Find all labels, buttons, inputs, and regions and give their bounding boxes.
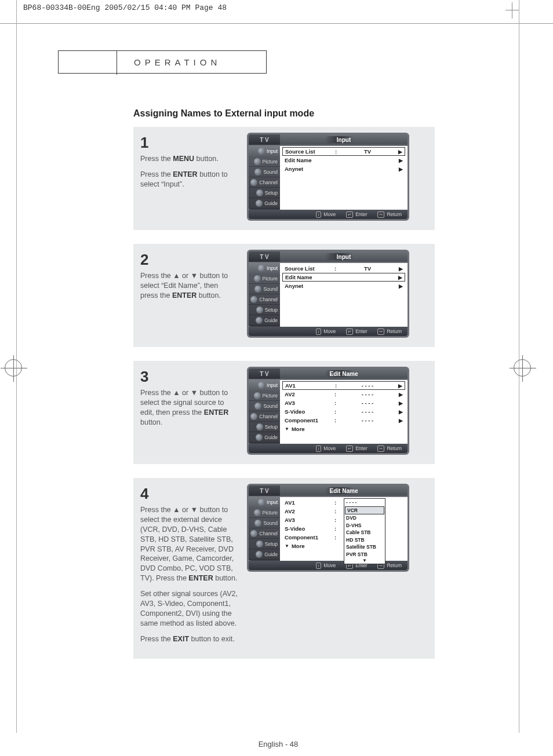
osd-main: Source List:TV▶Edit Name▶Anynet▶ <box>280 146 408 210</box>
osd-dropdown-item: DVD <box>344 514 385 522</box>
osd-footer-label: Move <box>323 211 336 217</box>
osd-sidebar-label: Picture <box>263 393 278 399</box>
osd-row: AV3:- - - -▶ <box>282 399 405 407</box>
osd-row-value: - - - - <box>339 391 396 397</box>
arrow-right-icon: ▶ <box>395 275 402 280</box>
osd-container: T VInputInputPictureSoundChannelSetupGui… <box>247 250 409 338</box>
osd-sidebar-label: Picture <box>263 276 278 282</box>
osd-row-label: Source List <box>285 148 335 155</box>
osd-footer-item: ⤳Return <box>377 445 402 452</box>
osd-footer-label: Move <box>323 563 336 568</box>
osd-footer-label: Enter <box>355 328 367 334</box>
osd-sidebar-item: Channel <box>249 177 280 188</box>
osd-row-label: Source List <box>285 265 334 272</box>
osd-sidebar-label: Sound <box>263 403 278 409</box>
osd-sidebar-item: Picture <box>249 390 280 401</box>
osd-sidebar-icon <box>256 317 263 324</box>
bold-button-name: MENU <box>173 155 194 163</box>
osd-sidebar-label: Guide <box>264 200 278 206</box>
osd-footer-icon: ↕ <box>316 328 322 335</box>
osd-more-row: ▼More <box>282 425 405 433</box>
osd-sidebar: InputPictureSoundChannelSetupGuide <box>249 146 280 210</box>
osd-footer-icon: ⤳ <box>377 328 384 335</box>
osd-sidebar-label: Input <box>267 148 278 154</box>
print-header: BP68-00334B-00Eng 2005/02/15 04:40 PM Pa… <box>0 0 553 16</box>
osd-sidebar-label: Setup <box>265 541 278 547</box>
operation-tab: OPERATION <box>58 50 267 74</box>
osd-sidebar-item: Setup <box>249 188 280 198</box>
osd-title: Edit Name <box>280 368 408 379</box>
osd-footer-item: ↕Move <box>316 445 336 452</box>
bold-button-name: ENTER <box>172 291 197 300</box>
arrow-right-icon: ▶ <box>396 158 403 163</box>
tab-divider <box>117 50 117 75</box>
osd-row-label: AV3 <box>285 517 334 523</box>
osd-sidebar-icon <box>250 179 257 186</box>
osd-row-colon: : <box>334 417 339 423</box>
osd-row-value: - - - - <box>340 382 395 389</box>
osd-footer-item: ⤳Return <box>377 328 402 335</box>
osd-row-value: - - - - <box>339 400 396 406</box>
osd-footer-label: Return <box>387 445 402 451</box>
osd-sidebar: InputPictureSoundChannelSetupGuide <box>249 497 280 561</box>
osd-row-value: - - - - <box>339 417 396 423</box>
osd-dropdown-item: Satellite STB <box>344 543 385 551</box>
osd-row: Source List:TV▶ <box>282 147 405 156</box>
osd-footer-icon: ↕ <box>316 445 322 452</box>
osd-container: T VEdit NameInputPictureSoundChannelSetu… <box>247 367 409 455</box>
osd-screenshot: T VEdit NameInputPictureSoundChannelSetu… <box>247 367 409 455</box>
osd-row-colon: : <box>334 400 339 406</box>
osd-sidebar: InputPictureSoundChannelSetupGuide <box>249 263 280 327</box>
arrow-right-icon: ▶ <box>396 283 403 289</box>
arrow-right-icon: ▶ <box>396 166 403 172</box>
step-number: 1 <box>140 133 238 153</box>
osd-sidebar-label: Channel <box>259 297 278 302</box>
osd-footer-item: ↵Enter <box>346 328 367 335</box>
osd-sidebar-label: Channel <box>259 180 278 185</box>
arrow-right-icon: ▶ <box>396 266 403 272</box>
chevron-down-icon: ▼ <box>285 426 289 432</box>
osd-sidebar-item: Channel <box>249 294 280 305</box>
bold-button-name: ENTER <box>204 408 228 417</box>
arrow-right-icon: ▶ <box>396 400 403 406</box>
osd-dropdown: - - - -VCRDVDD-VHSCable STBHD STBSatelli… <box>344 498 385 564</box>
osd-row-label: S-Video <box>285 525 334 532</box>
osd-row-label: Component1 <box>285 417 334 423</box>
operation-label: OPERATION <box>134 57 221 67</box>
osd-sidebar-label: Guide <box>264 317 278 323</box>
osd-more-label: More <box>292 426 305 432</box>
osd-row-colon: : <box>334 265 339 272</box>
osd-row-colon: : <box>335 382 340 389</box>
osd-sidebar-icon <box>256 423 263 430</box>
osd-footer-item: ⤳Return <box>377 211 402 218</box>
osd-row-label: AV1 <box>285 499 334 506</box>
osd-tv-label: T V <box>249 134 280 145</box>
osd-row-colon: : <box>334 525 339 532</box>
osd-row-label: Anynet <box>285 166 334 172</box>
osd-sidebar-label: Setup <box>265 424 278 430</box>
osd-row-label: Anynet <box>285 283 334 289</box>
step-text: 3Press the ▲ or ▼ button to select the s… <box>140 367 238 455</box>
osd-row-value: - - - - <box>339 408 396 415</box>
osd-row-colon: : <box>334 391 339 397</box>
osd-sidebar-label: Picture <box>263 510 278 516</box>
osd-sidebar-label: Input <box>267 265 278 271</box>
osd-row-colon: : <box>334 499 339 506</box>
osd-sidebar: InputPictureSoundChannelSetupGuide <box>249 380 280 444</box>
osd-row: Anynet▶ <box>282 165 405 173</box>
osd-dropdown-item: PVR STB <box>344 551 385 558</box>
step-paragraph: Press the ENTER button to select “Input”… <box>140 170 238 189</box>
osd-footer-item: ↕Move <box>316 211 336 218</box>
osd-row: Source List:TV▶ <box>282 264 405 273</box>
osd-sidebar-icon <box>254 169 261 176</box>
osd-dropdown-item: VCR <box>345 506 384 515</box>
osd-container: T VInputInputPictureSoundChannelSetupGui… <box>247 133 409 221</box>
osd-title: Edit Name <box>280 485 408 496</box>
osd-footer-label: Return <box>387 563 402 568</box>
osd-sidebar-icon <box>258 265 265 272</box>
osd-sidebar-label: Channel <box>259 531 278 536</box>
osd-footer-label: Return <box>387 328 402 334</box>
trim-line-top <box>0 23 553 24</box>
osd-footer-icon: ⤳ <box>377 445 384 452</box>
arrow-right-icon: ▶ <box>396 409 403 415</box>
